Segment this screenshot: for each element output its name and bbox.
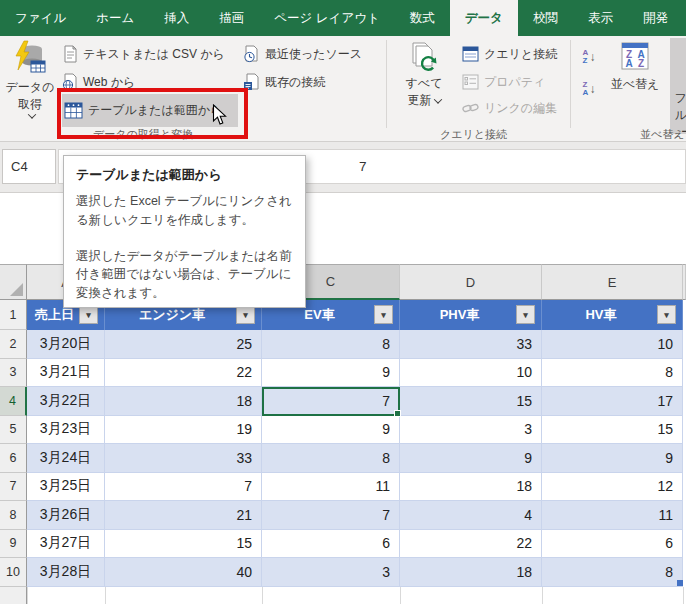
cell-C10[interactable]: 3 xyxy=(262,558,400,587)
chain-link-icon xyxy=(462,100,479,116)
filter-dropdown-HV車[interactable]: ▾ xyxy=(657,305,676,324)
row-header-2[interactable]: 2 xyxy=(0,330,27,359)
recent-sources-label: 最近使ったソース xyxy=(265,46,362,63)
table-resize-handle[interactable] xyxy=(677,580,683,586)
cell-C6[interactable]: 8 xyxy=(262,444,400,473)
cell-B4[interactable]: 18 xyxy=(105,387,262,416)
cell-A10[interactable]: 3月28日 xyxy=(27,558,105,587)
cell-A7[interactable]: 3月25日 xyxy=(27,473,105,502)
cell-D3[interactable]: 10 xyxy=(400,359,542,388)
tab-ファイル[interactable]: ファイル xyxy=(0,0,81,36)
cell-C9[interactable]: 6 xyxy=(262,530,400,559)
table-header-HV車[interactable]: HV車▾ xyxy=(542,300,683,330)
get-data-database-icon xyxy=(13,40,47,76)
table-header-label: HV車 xyxy=(585,306,638,324)
cell-C7[interactable]: 11 xyxy=(262,473,400,502)
row-header-3[interactable]: 3 xyxy=(0,359,27,388)
cell-B8[interactable]: 21 xyxy=(105,501,262,530)
cell-D6[interactable]: 9 xyxy=(400,444,542,473)
cell-D5[interactable]: 3 xyxy=(400,416,542,445)
refresh-icon xyxy=(409,41,439,73)
cell-E6[interactable]: 9 xyxy=(542,444,683,473)
fill-handle[interactable] xyxy=(394,410,401,417)
text-file-icon xyxy=(62,45,78,63)
cell-D8[interactable]: 4 xyxy=(400,501,542,530)
cell-D7[interactable]: 18 xyxy=(400,473,542,502)
row-header-11[interactable] xyxy=(0,587,27,604)
recent-sources-clock-icon xyxy=(243,45,260,63)
cell-D4[interactable]: 15 xyxy=(400,387,542,416)
tab-数式[interactable]: 数式 xyxy=(395,0,450,36)
edit-links-button: リンクの編集 xyxy=(462,96,557,120)
cell-B3[interactable]: 22 xyxy=(105,359,262,388)
from-text-csv-label: テキストまたは CSV から xyxy=(83,46,225,63)
refresh-all-button[interactable]: すべて 更新 xyxy=(392,38,456,134)
tab-校閲[interactable]: 校閲 xyxy=(518,0,573,36)
cell-E9[interactable]: 6 xyxy=(542,530,683,559)
cell-D9[interactable]: 22 xyxy=(400,530,542,559)
cell-E2[interactable]: 10 xyxy=(542,330,683,359)
row-header-9[interactable]: 9 xyxy=(0,530,27,559)
row-header-6[interactable]: 6 xyxy=(0,444,27,473)
row-header-1[interactable]: 1 xyxy=(0,300,27,330)
cell-A5[interactable]: 3月23日 xyxy=(27,416,105,445)
cell-C5[interactable]: 9 xyxy=(262,416,400,445)
tab-描画[interactable]: 描画 xyxy=(204,0,259,36)
column-header-E[interactable]: E xyxy=(542,264,683,300)
filter-button[interactable]: フィルター xyxy=(670,38,686,134)
cell-D2[interactable]: 33 xyxy=(400,330,542,359)
gridline xyxy=(400,587,401,604)
recent-sources-button[interactable]: 最近使ったソース xyxy=(243,42,362,66)
table-header-label: エンジン車 xyxy=(139,306,227,324)
gridline xyxy=(683,587,684,604)
column-header-D[interactable]: D xyxy=(400,264,542,300)
tab-ホーム[interactable]: ホーム xyxy=(81,0,149,36)
sort-dialog-button[interactable]: Z A A Z 並べ替え xyxy=(606,38,664,134)
cell-E4[interactable]: 17 xyxy=(542,387,683,416)
cell-E3[interactable]: 8 xyxy=(542,359,683,388)
sort-ascending-button[interactable]: AZ ↓ xyxy=(576,44,602,70)
cell-B6[interactable]: 33 xyxy=(105,444,262,473)
select-all-corner[interactable] xyxy=(0,264,27,300)
refresh-all-chevron-icon xyxy=(433,95,441,103)
cell-C8[interactable]: 7 xyxy=(262,501,400,530)
tab-開発[interactable]: 開発 xyxy=(628,0,683,36)
row-header-5[interactable]: 5 xyxy=(0,416,27,445)
cell-E10[interactable]: 8 xyxy=(542,558,683,587)
filter-dropdown-EV車[interactable]: ▾ xyxy=(374,305,393,324)
tab-データ[interactable]: データ xyxy=(450,0,518,36)
row-header-7[interactable]: 7 xyxy=(0,473,27,502)
cell-A4[interactable]: 3月22日 xyxy=(27,387,105,416)
cell-A9[interactable]: 3月27日 xyxy=(27,530,105,559)
filter-dropdown-PHV車[interactable]: ▾ xyxy=(516,305,535,324)
edit-links-label: リンクの編集 xyxy=(484,100,557,117)
cell-A8[interactable]: 3月26日 xyxy=(27,501,105,530)
cell-B5[interactable]: 19 xyxy=(105,416,262,445)
cell-E7[interactable]: 12 xyxy=(542,473,683,502)
queries-connections-button[interactable]: クエリと接続 xyxy=(462,42,557,66)
cell-A2[interactable]: 3月20日 xyxy=(27,330,105,359)
tab-ページ レイアウト[interactable]: ページ レイアウト xyxy=(259,0,395,36)
cell-B9[interactable]: 15 xyxy=(105,530,262,559)
cell-C3[interactable]: 9 xyxy=(262,359,400,388)
cell-B2[interactable]: 25 xyxy=(105,330,262,359)
cell-E8[interactable]: 11 xyxy=(542,501,683,530)
table-header-PHV車[interactable]: PHV車▾ xyxy=(400,300,542,330)
table-header-label: PHV車 xyxy=(440,306,502,324)
tab-挿入[interactable]: 挿入 xyxy=(149,0,204,36)
cell-D10[interactable]: 18 xyxy=(400,558,542,587)
sort-descending-button[interactable]: ZA ↓ xyxy=(576,76,602,102)
row-header-4[interactable]: 4 xyxy=(0,387,27,416)
cell-B10[interactable]: 40 xyxy=(105,558,262,587)
get-data-button[interactable]: データの取得 xyxy=(2,38,58,136)
cell-C2[interactable]: 8 xyxy=(262,330,400,359)
from-text-csv-button[interactable]: テキストまたは CSV から xyxy=(62,42,225,66)
tab-表示[interactable]: 表示 xyxy=(573,0,628,36)
cell-E5[interactable]: 15 xyxy=(542,416,683,445)
cell-B7[interactable]: 7 xyxy=(105,473,262,502)
existing-connections-button[interactable]: 既存の接続 xyxy=(243,70,325,94)
row-header-10[interactable]: 10 xyxy=(0,558,27,587)
row-header-8[interactable]: 8 xyxy=(0,501,27,530)
cell-A6[interactable]: 3月24日 xyxy=(27,444,105,473)
cell-A3[interactable]: 3月21日 xyxy=(27,359,105,388)
